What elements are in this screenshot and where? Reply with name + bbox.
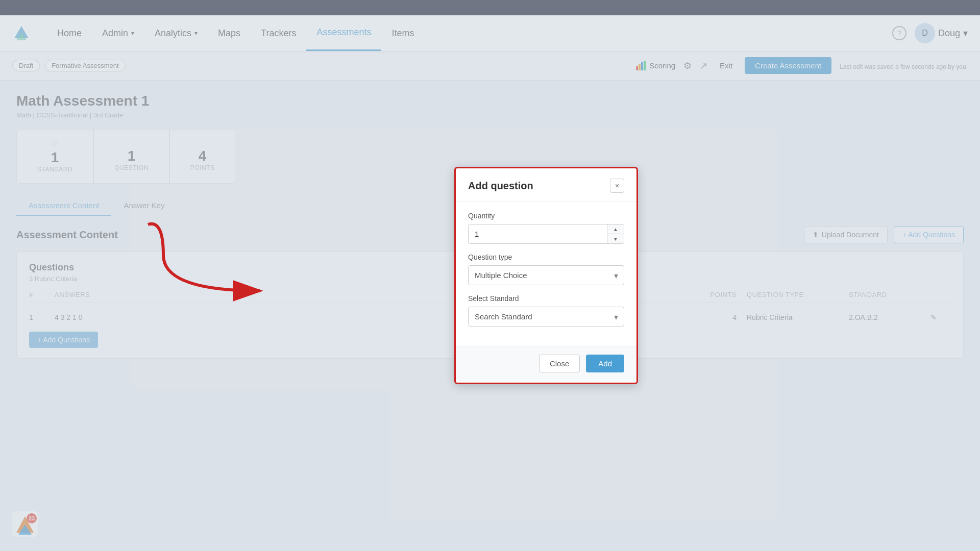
question-type-group: Question type Multiple Choice True/False…: [468, 253, 624, 285]
search-standard-wrap: Search Standard: [468, 307, 624, 327]
quantity-label: Quantity: [468, 212, 624, 220]
add-question-modal: Add question × Quantity ▲ ▼ Question typ…: [454, 167, 638, 384]
modal-close-footer-button[interactable]: Close: [539, 355, 580, 372]
quantity-up-button[interactable]: ▲: [607, 224, 624, 234]
question-type-select-wrap: Multiple Choice True/False Short Answer …: [468, 265, 624, 285]
quantity-input[interactable]: [469, 224, 607, 243]
select-standard-label: Select Standard: [468, 294, 624, 303]
question-type-select[interactable]: Multiple Choice True/False Short Answer …: [468, 265, 624, 285]
quantity-spinners: ▲ ▼: [607, 224, 624, 243]
modal-footer: Close Add: [456, 346, 636, 383]
search-standard-select[interactable]: Search Standard: [468, 307, 624, 327]
modal-body: Quantity ▲ ▼ Question type Multiple Choi…: [456, 202, 636, 346]
select-standard-group: Select Standard Search Standard: [468, 294, 624, 327]
modal-close-button[interactable]: ×: [610, 179, 624, 193]
quantity-group: Quantity ▲ ▼: [468, 212, 624, 244]
modal-title: Add question: [468, 180, 533, 192]
modal-add-button[interactable]: Add: [586, 355, 624, 372]
quantity-down-button[interactable]: ▼: [607, 234, 624, 243]
question-type-label: Question type: [468, 253, 624, 261]
quantity-input-wrap: ▲ ▼: [468, 224, 624, 244]
modal-overlay: Add question × Quantity ▲ ▼ Question typ…: [0, 0, 980, 551]
modal-header: Add question ×: [456, 168, 636, 202]
red-arrow: [133, 214, 296, 316]
